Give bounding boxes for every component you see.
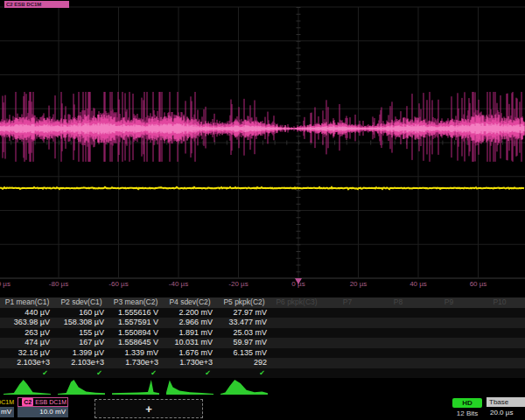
minor-tick [297, 136, 301, 136]
measurement-value: 1.557591 V [108, 318, 163, 328]
minor-tick [275, 141, 276, 145]
measurement-header-p9[interactable]: P9 [424, 298, 474, 308]
channel-c2-tag: ESB [35, 399, 47, 405]
minor-tick [430, 141, 431, 145]
minor-tick [297, 116, 301, 116]
minor-tick [59, 141, 60, 145]
minor-tick [297, 68, 301, 69]
measurement-header-p2[interactable]: P2 sdev(C1) [54, 298, 108, 308]
minor-tick [297, 177, 301, 178]
measurement-header-p3[interactable]: P3 mean(C2) [108, 298, 163, 308]
minor-tick [297, 271, 301, 272]
minor-tick [297, 150, 301, 150]
minor-tick [297, 244, 301, 245]
c1-trace [0, 187, 524, 189]
minor-tick [466, 141, 467, 145]
minor-tick [297, 102, 301, 103]
minor-tick [46, 141, 47, 145]
trigger-position-marker[interactable] [295, 278, 302, 284]
measurement-header-p4[interactable]: P4 sdev(C2) [163, 298, 217, 308]
minor-tick [297, 197, 301, 198]
measurement-histicon[interactable] [4, 379, 51, 395]
minor-tick [297, 41, 301, 42]
time-axis-label: 40 µs [410, 280, 427, 288]
measurement-histicon[interactable] [166, 379, 214, 395]
measurement-value: 167 µV [54, 338, 108, 348]
measurement-row: 363.98 µV158.308 µV1.557591 V2.966 mV33.… [0, 318, 525, 328]
channel-c2-header: C2 ESB DC1M [18, 397, 68, 407]
time-axis: -100 µs-80 µs-60 µs-40 µs-20 µs0 µs20 µs… [0, 277, 525, 290]
channel-c2-chip: C2 [22, 398, 33, 406]
minor-tick [297, 265, 301, 266]
oscilloscope-screen: C2 ESB DC1M -100 µs-80 µs-60 µs-40 µs-20… [0, 0, 525, 420]
measurement-histicon[interactable] [220, 379, 268, 395]
minor-tick [297, 75, 301, 76]
measurement-value: 474 µV [0, 338, 54, 348]
time-axis-label: 20 µs [350, 280, 368, 288]
minor-tick [370, 141, 371, 145]
time-axis-label: 60 µs [470, 280, 487, 288]
minor-tick [502, 141, 503, 145]
measurement-header-p8[interactable]: P8 [373, 298, 424, 308]
measurement-histicon[interactable] [58, 379, 105, 395]
minor-tick [382, 141, 383, 145]
histicon-shape [4, 380, 51, 395]
measurement-value: 25.03 mV [217, 328, 271, 339]
measurement-value: 363.98 µV [0, 318, 54, 328]
minor-tick [346, 141, 347, 145]
channel-c1-coupling: DC1M [0, 399, 14, 405]
minor-tick [71, 141, 72, 145]
minor-tick [297, 163, 301, 164]
minor-tick [297, 224, 301, 225]
measurement-row: 32.16 µV1.399 µV1.339 mV1.676 mV6.135 mV [0, 348, 525, 359]
measurement-table: P1 mean(C1)P2 sdev(C1)P3 mean(C2)P4 sdev… [0, 298, 525, 378]
channel-c1-scale: 10.0 mV [0, 407, 14, 417]
bottom-toolbar: C1 DC1M 10.0 mV C2 ESB DC1M 10.0 mV + HD… [0, 396, 525, 420]
minor-tick [297, 122, 301, 123]
measurement-value: 1.550894 V [108, 328, 163, 339]
channel-c1-descriptor[interactable]: C1 DC1M 10.0 mV [0, 397, 14, 418]
measurement-histicon[interactable] [112, 379, 159, 395]
measurement-header-p10[interactable]: P10 [474, 298, 525, 308]
minor-tick [297, 108, 301, 109]
channel-c2-descriptor[interactable]: C2 ESB DC1M 10.0 mV [18, 397, 68, 418]
measurement-status-check-icon: ✔ [0, 368, 54, 379]
waveform-display[interactable] [0, 0, 525, 290]
minor-tick [442, 141, 443, 145]
measurement-histicons [0, 379, 525, 396]
measurement-value: 1.339 mV [108, 348, 163, 359]
top-badge-label: C2 ESB DC1M [6, 2, 41, 7]
histicon-shape [112, 380, 159, 395]
minor-tick [297, 170, 301, 171]
time-axis-label: -20 µs [228, 280, 248, 288]
measurement-value: 1.558645 V [108, 338, 163, 348]
measurement-status-check-icon: ✔ [54, 368, 108, 379]
measurement-header-p7[interactable]: P7 [322, 298, 373, 308]
minor-tick [334, 141, 335, 145]
measurement-value: 32.16 µV [0, 348, 54, 359]
minor-tick [10, 141, 11, 145]
measurement-value: 2.103e+3 [54, 358, 108, 368]
add-trace-button[interactable]: + [94, 399, 203, 418]
measurement-header-p5[interactable]: P5 pkpk(C2) [217, 298, 271, 308]
time-axis-label: -80 µs [49, 280, 68, 288]
measurement-status-check-icon: ✔ [108, 368, 163, 379]
channel-c2-scale: 10.0 mV [18, 407, 68, 417]
measurement-header-p6[interactable]: P6 pkpk(C3) [271, 298, 322, 308]
measurement-row: 440 µV160 µV1.555616 V2.200 mV27.97 mV [0, 308, 525, 318]
timebase-scale: 20.0 µs [486, 407, 525, 417]
minor-tick [454, 141, 455, 145]
time-axis-label: -60 µs [108, 280, 128, 288]
minor-tick [297, 61, 301, 62]
measurement-status-check-icon: ✔ [217, 368, 271, 379]
hd-mode-badge[interactable]: HD [452, 398, 482, 408]
measurement-value: 2.966 mV [163, 318, 217, 328]
measurement-value: 27.97 mV [217, 308, 271, 318]
measurement-status-row: ✔✔✔✔✔ [0, 368, 525, 379]
timebase-descriptor[interactable]: Tbase 20.0 µs [486, 397, 525, 418]
measurement-header-p1[interactable]: P1 mean(C1) [0, 298, 54, 308]
measurement-value: 59.97 mV [217, 338, 271, 348]
minor-tick [297, 190, 301, 191]
minor-tick [297, 21, 301, 22]
channel-c2-top-badge[interactable]: C2 ESB DC1M [4, 1, 69, 8]
